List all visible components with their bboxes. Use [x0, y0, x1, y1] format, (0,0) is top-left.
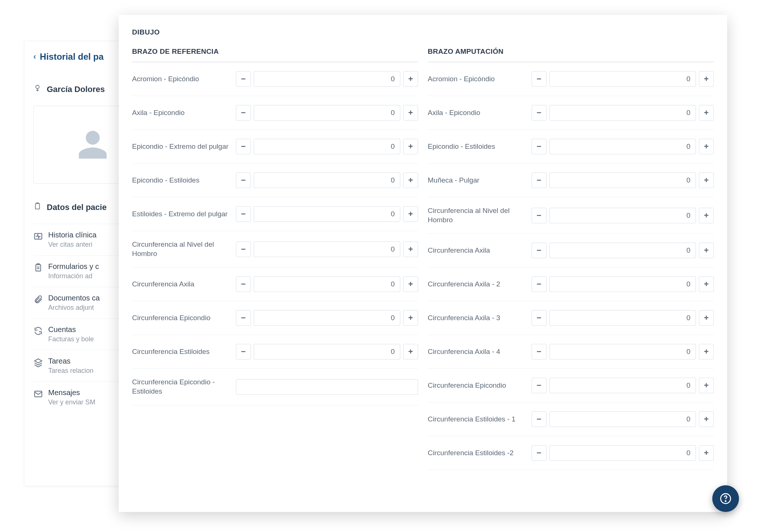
decrement-button[interactable]: −: [236, 276, 251, 292]
field-label: Axila - Epicondio: [132, 108, 232, 118]
field-label: Circunferencia Axila - 4: [428, 347, 528, 357]
measurement-input[interactable]: [549, 344, 696, 359]
increment-button[interactable]: +: [699, 173, 714, 188]
increment-button[interactable]: +: [403, 276, 418, 292]
increment-button[interactable]: +: [403, 344, 418, 359]
decrement-button[interactable]: −: [236, 173, 251, 188]
increment-button[interactable]: +: [699, 139, 714, 154]
refresh-icon: [33, 325, 48, 337]
reference-field-row: Circunferencia Epicondio−+: [132, 301, 418, 335]
measurement-input[interactable]: [254, 242, 400, 257]
quantity-stepper: −+: [236, 206, 418, 222]
measurement-input[interactable]: [549, 378, 696, 393]
increment-button[interactable]: +: [699, 105, 714, 121]
decrement-button[interactable]: −: [532, 276, 546, 292]
measurement-input[interactable]: [254, 173, 400, 188]
sidebar-item-subtitle: Información ad: [48, 272, 99, 280]
measurement-input[interactable]: [549, 276, 696, 292]
field-label: Circunferencia Epicondio - Estiloides: [132, 378, 232, 396]
measurement-text-input[interactable]: [236, 379, 418, 395]
amputation-arm-title: BRAZO AMPUTACIÓN: [428, 47, 714, 62]
measurement-input[interactable]: [254, 344, 400, 359]
increment-button[interactable]: +: [699, 310, 714, 326]
increment-button[interactable]: +: [699, 445, 714, 461]
sidebar-item-title: Formularios y c: [48, 262, 99, 271]
field-label: Circunferencia Estiloides - 1: [428, 415, 528, 424]
field-label: Circunferencia al Nivel del Hombro: [428, 206, 528, 224]
measurement-input[interactable]: [549, 243, 696, 258]
sidebar-item-title: Documentos ca: [48, 294, 100, 302]
quantity-stepper: −+: [236, 139, 418, 154]
quantity-stepper: −+: [236, 344, 418, 359]
increment-button[interactable]: +: [699, 71, 714, 87]
decrement-button[interactable]: −: [236, 344, 251, 359]
measurement-input[interactable]: [549, 208, 696, 223]
sidebar-item-subtitle: Tareas relacion: [48, 367, 93, 375]
decrement-button[interactable]: −: [532, 445, 546, 461]
measurement-input[interactable]: [254, 206, 400, 222]
increment-button[interactable]: +: [699, 344, 714, 359]
sidebar-item-subtitle: Archivos adjunt: [48, 304, 100, 312]
decrement-button[interactable]: −: [236, 310, 251, 326]
svg-point-8: [725, 501, 726, 502]
amputation-arm-column: BRAZO AMPUTACIÓN Acromion - Epicóndio−+A…: [428, 47, 714, 470]
increment-button[interactable]: +: [699, 411, 714, 427]
help-button[interactable]: [712, 485, 739, 512]
measurement-input[interactable]: [254, 310, 400, 326]
amputation-field-row: Circunferencia Axila−+: [428, 234, 714, 267]
decrement-button[interactable]: −: [532, 344, 546, 359]
decrement-button[interactable]: −: [236, 105, 251, 121]
paperclip-icon: [33, 294, 48, 306]
increment-button[interactable]: +: [403, 139, 418, 154]
quantity-stepper: −+: [532, 411, 714, 427]
decrement-button[interactable]: −: [532, 411, 546, 427]
decrement-button[interactable]: −: [532, 208, 546, 223]
field-label: Epicondio - Estiloides: [132, 176, 232, 185]
quantity-stepper: −+: [236, 105, 418, 121]
decrement-button[interactable]: −: [236, 206, 251, 222]
amputation-field-row: Circunferencia Axila - 3−+: [428, 301, 714, 335]
decrement-button[interactable]: −: [236, 71, 251, 87]
measurement-input[interactable]: [549, 139, 696, 154]
increment-button[interactable]: +: [699, 276, 714, 292]
amputation-field-row: Circunferencia Epicondio−+: [428, 369, 714, 403]
measurement-input[interactable]: [549, 310, 696, 326]
increment-button[interactable]: +: [403, 71, 418, 87]
increment-button[interactable]: +: [699, 378, 714, 393]
increment-button[interactable]: +: [403, 206, 418, 222]
quantity-stepper: −+: [236, 276, 418, 292]
measurement-input[interactable]: [549, 105, 696, 121]
decrement-button[interactable]: −: [532, 71, 546, 87]
increment-button[interactable]: +: [699, 243, 714, 258]
measurement-input[interactable]: [254, 105, 400, 121]
field-label: Acromion - Epicóndio: [428, 75, 528, 84]
measurement-input[interactable]: [549, 445, 696, 461]
quantity-stepper: −+: [236, 173, 418, 188]
increment-button[interactable]: +: [699, 208, 714, 223]
quantity-stepper: −+: [236, 310, 418, 326]
amputation-field-row: Muñeca - Pulgar−+: [428, 164, 714, 197]
decrement-button[interactable]: −: [236, 139, 251, 154]
increment-button[interactable]: +: [403, 105, 418, 121]
measurement-input[interactable]: [254, 139, 400, 154]
measurement-input[interactable]: [254, 71, 400, 87]
measurement-input[interactable]: [254, 276, 400, 292]
measurement-input[interactable]: [549, 173, 696, 188]
increment-button[interactable]: +: [403, 310, 418, 326]
amputation-field-row: Circunferencia al Nivel del Hombro−+: [428, 197, 714, 234]
measurement-input[interactable]: [549, 411, 696, 427]
decrement-button[interactable]: −: [236, 242, 251, 257]
increment-button[interactable]: +: [403, 173, 418, 188]
decrement-button[interactable]: −: [532, 243, 546, 258]
svg-rect-3: [36, 204, 40, 209]
decrement-button[interactable]: −: [532, 173, 546, 188]
decrement-button[interactable]: −: [532, 105, 546, 121]
decrement-button[interactable]: −: [532, 310, 546, 326]
quantity-stepper: −+: [532, 344, 714, 359]
section-label: Datos del pacie: [47, 203, 106, 212]
decrement-button[interactable]: −: [532, 139, 546, 154]
measurement-input[interactable]: [549, 71, 696, 87]
quantity-stepper: −+: [532, 243, 714, 258]
decrement-button[interactable]: −: [532, 378, 546, 393]
increment-button[interactable]: +: [403, 242, 418, 257]
